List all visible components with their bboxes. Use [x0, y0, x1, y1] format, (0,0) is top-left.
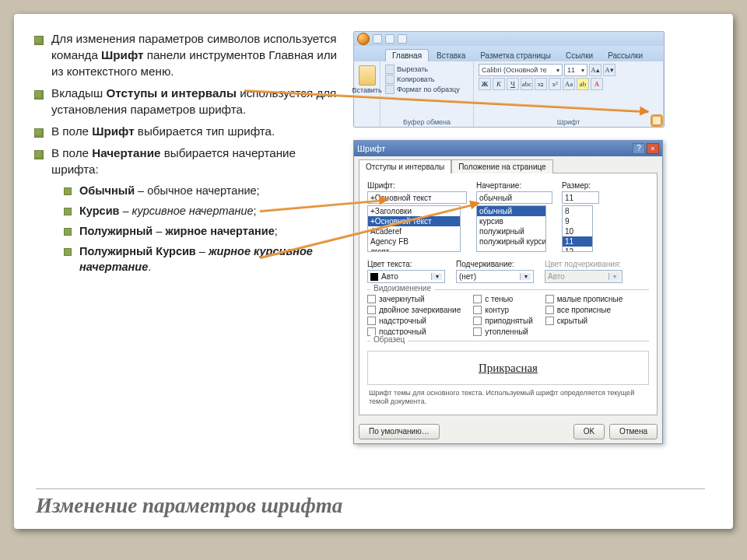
- sub-2: Курсив – курсивное начертание;: [64, 203, 345, 219]
- tab-position[interactable]: Положение на странице: [451, 159, 552, 173]
- tab-home[interactable]: Главная: [385, 49, 429, 61]
- tab-layout[interactable]: Разметка страницы: [473, 49, 558, 61]
- office-button-icon[interactable]: [357, 33, 370, 45]
- highlight-icon[interactable]: ab: [577, 78, 589, 90]
- chk-dstrike[interactable]: двойное зачеркивание: [367, 306, 461, 314]
- underline-icon[interactable]: Ч: [507, 78, 519, 90]
- chk-emboss[interactable]: приподнятый: [473, 317, 532, 325]
- shrink-font-icon[interactable]: A▾: [603, 64, 615, 76]
- slide: Для изменения параметров символов исполь…: [14, 14, 733, 529]
- paste-button[interactable]: Вставить: [354, 61, 381, 127]
- format-painter-label[interactable]: Формат по образцу: [397, 86, 460, 93]
- sub-1: Обычный – обычное начертание;: [64, 183, 345, 198]
- close-icon[interactable]: ×: [647, 143, 659, 154]
- italic-icon[interactable]: К: [493, 78, 505, 90]
- style-input[interactable]: обычный: [476, 191, 552, 204]
- sample-note: Шрифт темы для основного текста. Использ…: [369, 389, 647, 406]
- font-dialog-launcher-icon[interactable]: [652, 116, 661, 125]
- paste-label: Вставить: [352, 86, 381, 94]
- tab-references[interactable]: Ссылки: [559, 49, 600, 61]
- bold-icon[interactable]: Ж: [479, 78, 491, 90]
- tab-indents[interactable]: Отступы и интервалы: [359, 159, 451, 173]
- label-underline-color: Цвет подчеркивания:: [545, 260, 622, 268]
- font-color-icon[interactable]: A: [591, 78, 603, 90]
- font-group-label: Шрифт: [474, 118, 663, 126]
- bullet-1: Для изменения параметров символов исполь…: [34, 31, 345, 80]
- bullet-2: Вкладыш Отступы и интервалы используется…: [34, 86, 345, 118]
- illustrations: Главная Вставка Разметка страницы Ссылки…: [353, 31, 713, 436]
- format-painter-icon[interactable]: [385, 85, 395, 94]
- chk-outline[interactable]: контур: [473, 306, 532, 314]
- superscript-icon[interactable]: x²: [549, 78, 561, 90]
- tab-insert[interactable]: Вставка: [430, 49, 472, 61]
- tab-mailings[interactable]: Рассылки: [601, 49, 650, 61]
- ok-button[interactable]: OK: [573, 424, 605, 439]
- clipboard-group-label: Буфер обмена: [381, 118, 473, 126]
- strike-icon[interactable]: abc: [521, 78, 533, 90]
- cut-label[interactable]: Вырезать: [397, 65, 428, 73]
- effects-group-label: Видоизменение: [370, 284, 434, 292]
- help-icon[interactable]: ?: [633, 143, 645, 154]
- font-size-combo[interactable]: 11▾: [564, 64, 587, 76]
- size-input[interactable]: 11: [562, 191, 599, 204]
- chk-smallcaps[interactable]: малые прописные: [545, 295, 623, 303]
- change-case-icon[interactable]: Aa: [563, 78, 575, 90]
- subscript-icon[interactable]: x₂: [535, 78, 547, 90]
- qat-save-icon[interactable]: [373, 34, 382, 44]
- chk-hidden[interactable]: скрытый: [545, 317, 623, 325]
- label-font: Шрифт:: [367, 181, 467, 190]
- style-listbox[interactable]: обычный курсив полужирный полужирный кур…: [476, 205, 546, 252]
- chk-allcaps[interactable]: все прописные: [545, 306, 623, 314]
- copy-label[interactable]: Копировать: [397, 75, 434, 83]
- underline-dropdown[interactable]: (нет)▾: [456, 270, 534, 283]
- slide-title: Изменение параметров шрифта: [36, 488, 705, 518]
- label-color: Цвет текста:: [367, 260, 445, 268]
- color-dropdown[interactable]: Авто▾: [367, 270, 445, 283]
- cancel-button[interactable]: Отмена: [609, 424, 658, 439]
- sample-group-label: Образец: [370, 335, 408, 344]
- chk-shadow[interactable]: с тенью: [473, 295, 532, 303]
- default-button[interactable]: По умолчанию…: [359, 424, 440, 439]
- size-listbox[interactable]: 8 9 10 11 12: [562, 205, 593, 252]
- bullet-3: В поле Шрифт выбирается тип шрифта.: [34, 124, 345, 140]
- copy-icon[interactable]: [385, 75, 395, 84]
- label-style: Начертание:: [476, 181, 552, 190]
- qat-redo-icon[interactable]: [398, 34, 407, 44]
- label-size: Размер:: [562, 181, 599, 190]
- grow-font-icon[interactable]: A▴: [589, 64, 601, 76]
- font-group: Calibri (Основной те▾ 11▾ A▴ A▾ Ж К Ч ab…: [474, 61, 664, 127]
- font-dialog: Шрифт ? × Отступы и интервалы Положение …: [353, 140, 663, 444]
- chk-engrave[interactable]: утопленный: [473, 327, 532, 336]
- ribbon-mock: Главная Вставка Разметка страницы Ссылки…: [353, 31, 665, 128]
- underline-color-dropdown: Авто▾: [545, 270, 622, 283]
- paste-icon: [359, 65, 376, 86]
- dialog-title: Шрифт: [357, 144, 385, 153]
- sub-3: Полужирный – жирное начертание;: [64, 223, 345, 239]
- clipboard-group: Вырезать Копировать Формат по образцу Бу…: [381, 61, 474, 127]
- chk-super[interactable]: надстрочный: [367, 317, 461, 325]
- bullet-4: В поле Начертание выбирается начертание …: [34, 145, 345, 275]
- qat-undo-icon[interactable]: [385, 34, 395, 44]
- sample-preview: Прикрасная: [367, 351, 649, 385]
- font-name-combo[interactable]: Calibri (Основной те▾: [479, 64, 563, 76]
- chk-strike[interactable]: зачеркнутый: [367, 295, 461, 303]
- dialog-titlebar: Шрифт ? ×: [354, 141, 662, 156]
- label-underline: Подчеркивание:: [456, 260, 534, 268]
- cut-icon[interactable]: [385, 65, 395, 74]
